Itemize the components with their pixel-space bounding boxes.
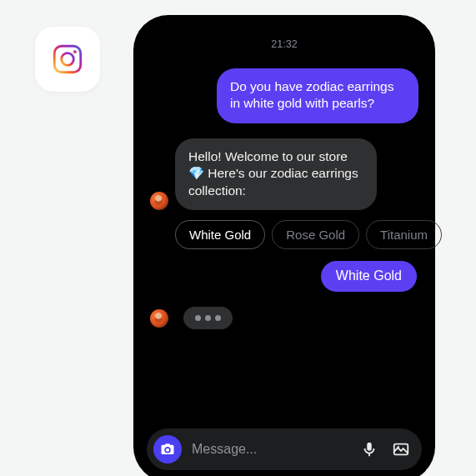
microphone-button[interactable] (360, 440, 378, 458)
message-row-sent: Do you have zodiac earrings in white gol… (150, 68, 418, 123)
quick-reply-row: White Gold Rose Gold Titanium (175, 220, 418, 249)
user-selection-bubble[interactable]: White Gold (321, 261, 417, 292)
typing-dot (205, 315, 211, 321)
typing-indicator-row (150, 307, 418, 329)
bot-avatar[interactable] (150, 309, 168, 328)
typing-dot (215, 315, 221, 321)
quick-reply-chip[interactable]: White Gold (175, 220, 265, 249)
camera-icon (160, 442, 175, 457)
user-selection-row: White Gold (150, 261, 418, 292)
bot-message-bubble[interactable]: Hello! Welcome to our store 💎 Here's our… (175, 138, 377, 210)
svg-point-2 (73, 50, 77, 53)
chat-timestamp: 21:32 (147, 38, 422, 50)
instagram-badge (35, 27, 100, 92)
message-input[interactable]: Message... (192, 442, 350, 457)
message-list: Do you have zodiac earrings in white gol… (147, 68, 422, 428)
svg-point-1 (62, 53, 74, 66)
instagram-icon (50, 42, 85, 77)
quick-reply-chip[interactable]: Titanium (366, 220, 442, 249)
microphone-icon (360, 440, 378, 458)
bot-avatar[interactable] (150, 192, 168, 210)
message-composer: Message... (147, 428, 422, 470)
phone-frame: 21:32 Do you have zodiac earrings in whi… (133, 15, 435, 476)
gallery-button[interactable] (392, 440, 410, 458)
camera-button[interactable] (153, 435, 182, 463)
gallery-icon (392, 440, 410, 458)
quick-reply-chip[interactable]: Rose Gold (272, 220, 359, 249)
message-row-received: Hello! Welcome to our store 💎 Here's our… (150, 138, 418, 210)
typing-dot (195, 315, 201, 321)
svg-rect-0 (54, 46, 81, 73)
svg-point-4 (398, 446, 399, 448)
typing-indicator (183, 307, 233, 329)
user-message-bubble[interactable]: Do you have zodiac earrings in white gol… (217, 68, 418, 123)
